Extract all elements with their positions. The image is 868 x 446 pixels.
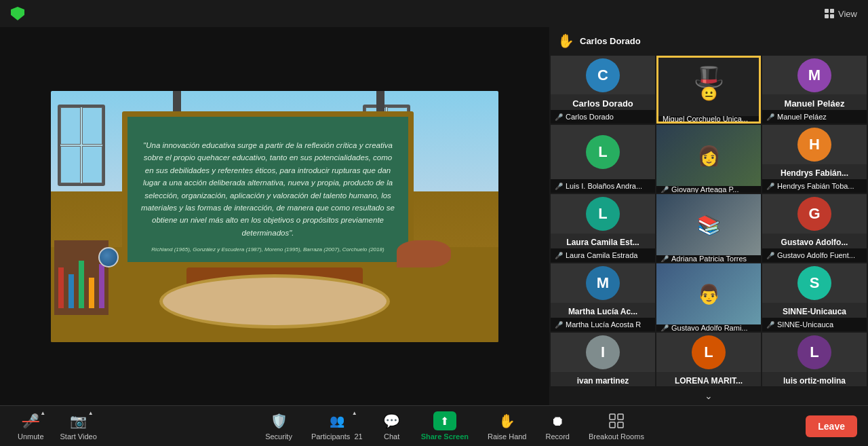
chat-icon: 💬 xyxy=(383,413,400,429)
leave-button[interactable]: Leave xyxy=(806,415,857,437)
record-icon: ⏺ xyxy=(551,413,564,429)
participant-name: SINNE-Unicauca xyxy=(762,303,867,318)
participant-name: Hendrys Fabián... xyxy=(762,164,867,179)
avatar: L xyxy=(797,335,831,369)
unmute-button[interactable]: 🎤 ▲ Unmute xyxy=(11,409,51,443)
participant-name: Manuel Peláez xyxy=(762,94,867,110)
participant-avatar-area: L xyxy=(551,125,655,179)
presentation-area: "Una innovación educativa surge a partir… xyxy=(0,27,549,405)
participant-card: M Martha Lucía Ac... 🎤 Martha Lucía Acos… xyxy=(551,263,655,331)
book xyxy=(89,278,94,308)
participant-avatar-area: M xyxy=(551,263,655,303)
shield-icon: 🛡️ xyxy=(271,413,288,429)
toolbar: 🎤 ▲ Unmute 📷 ▲ Start Video 🛡️ Security 👥 xyxy=(0,405,868,446)
participant-avatar-area: G xyxy=(762,194,867,234)
mute-icon: 🎤 xyxy=(555,321,563,329)
participant-name: LORENA MARIT... xyxy=(656,372,761,386)
participant-name-bar: 🎤 Gustavo Adolfo Fuent... xyxy=(762,248,867,262)
raise-hand-icon-area: ✋ xyxy=(498,411,517,430)
participants-count: 21 xyxy=(354,432,362,441)
participant-name: ivan martinez xyxy=(551,372,655,386)
participant-card: L LORENA MARIT... 🎤 LORENA MARITZA TE... xyxy=(656,333,761,386)
top-bar-right[interactable]: View xyxy=(825,9,857,19)
avatar: S xyxy=(797,266,831,300)
participants-label: Participants 21 xyxy=(311,432,363,441)
avatar: G xyxy=(797,197,831,231)
participant-name-bar: 🎤 Gustavo Adolfo Rami... xyxy=(656,324,761,331)
mute-icon: 🎤 xyxy=(660,324,669,331)
raise-hand-bar: ✋ Carlos Dorado xyxy=(549,27,868,54)
participant-name-bar: 🎤 Laura Camila Estrada xyxy=(551,248,655,262)
top-bar: View xyxy=(0,0,868,27)
security-button[interactable]: 🛡️ Security xyxy=(258,409,299,443)
participant-card: G Gustavo Adolfo... 🎤 Gustavo Adolfo Fue… xyxy=(762,194,867,262)
participant-card: L luis ortiz-molina 🎤 luis ortiz-molina xyxy=(762,333,867,386)
raise-hand-icon: ✋ xyxy=(498,413,515,429)
security-icon-area: 🛡️ xyxy=(269,411,288,430)
participant-name-bar: 🎤 Hendrys Fabián Toba... xyxy=(762,179,867,193)
toolbar-right: Leave xyxy=(806,415,857,437)
record-button[interactable]: ⏺ Record xyxy=(539,409,576,443)
participant-name-bar: 🎤 Luis I. Bolaños Andra... xyxy=(551,179,655,193)
participant-avatar-area: M xyxy=(762,56,867,94)
microphone-muted-icon: 🎤 xyxy=(22,413,39,429)
participant-card: S SINNE-Unicauca 🎤 SINNE-Unicauca xyxy=(762,263,867,331)
breakout-rooms-button[interactable]: Breakout Rooms xyxy=(582,409,651,443)
participant-name-bar: 🎤 Carlos Dorado xyxy=(551,110,655,124)
quote-text: "Una innovación educativa surge a partir… xyxy=(138,139,397,239)
participants-panel: ✋ Carlos Dorado C Carlos Dorado 🎤 Carlos… xyxy=(549,27,868,405)
participant-card-active: 🎩 😐 Miguel Corchuelo Unica... xyxy=(656,56,761,124)
participants-icon: 👥 xyxy=(330,413,344,428)
citation-text: Richland (1965), González y Escudera (19… xyxy=(151,246,384,253)
participant-avatar-area: 📚 xyxy=(656,194,761,255)
raise-hand-participant: Carlos Dorado xyxy=(580,36,641,46)
start-video-button[interactable]: 📷 ▲ Start Video xyxy=(54,409,104,443)
chat-label: Chat xyxy=(384,432,399,441)
mute-icon: 🎤 xyxy=(660,186,669,193)
globe-icon xyxy=(98,247,119,267)
mute-icon: 🎤 xyxy=(555,183,563,190)
participant-card: I ivan martinez 🎤 ivan martinez xyxy=(551,333,655,386)
scroll-down-button[interactable]: ⌄ xyxy=(549,386,868,405)
svg-rect-3 xyxy=(618,422,623,428)
participants-icon-area: 👥 ▲ xyxy=(328,411,347,430)
mute-icon: 🎤 xyxy=(555,252,563,259)
participant-avatar-area: L xyxy=(762,333,867,372)
participant-avatar-area: 🎩 😐 xyxy=(658,56,759,116)
participant-card: 📚 🎤 Adriana Patricia Torres xyxy=(656,194,761,262)
participant-card: C Carlos Dorado 🎤 Carlos Dorado xyxy=(551,56,655,124)
chevron-up-icon: ▲ xyxy=(40,410,45,416)
breakout-rooms-label: Breakout Rooms xyxy=(589,432,644,441)
participant-name-bar: 🎤 Adriana Patricia Torres xyxy=(656,255,761,262)
toolbar-left: 🎤 ▲ Unmute 📷 ▲ Start Video xyxy=(11,409,104,443)
avatar: M xyxy=(797,58,831,92)
start-video-label: Start Video xyxy=(60,432,97,441)
avatar: H xyxy=(797,128,831,162)
participant-avatar-area: 👩 xyxy=(656,125,761,186)
participant-photo: 🎩 😐 xyxy=(658,56,759,116)
participant-name: Gustavo Adolfo... xyxy=(762,234,867,248)
raise-hand-label: Raise Hand xyxy=(488,432,526,441)
participant-avatar-area: L xyxy=(656,333,761,372)
participants-grid: C Carlos Dorado 🎤 Carlos Dorado 🎩 😐 xyxy=(549,54,868,386)
raise-hand-emoji: ✋ xyxy=(557,33,574,49)
participant-card: 👩 🎤 Giovany Arteaga P... xyxy=(656,125,761,193)
view-label[interactable]: View xyxy=(838,9,857,19)
participants-button[interactable]: 👥 ▲ Participants 21 xyxy=(304,409,370,443)
share-screen-button[interactable]: ⬆ Share Screen xyxy=(414,409,475,443)
raise-hand-button[interactable]: ✋ Raise Hand xyxy=(481,409,533,443)
mute-icon: 🎤 xyxy=(766,321,774,329)
blackboard: "Una innovación educativa surge a partir… xyxy=(122,111,414,267)
security-shield-icon xyxy=(11,7,24,20)
svg-rect-0 xyxy=(610,414,615,420)
chevron-up-icon: ▲ xyxy=(88,410,94,416)
share-screen-icon-area: ⬆ xyxy=(433,411,456,430)
window-left xyxy=(58,105,105,186)
share-screen-icon: ⬆ xyxy=(440,415,449,428)
mute-icon: 🎤 xyxy=(766,183,774,190)
chat-button[interactable]: 💬 Chat xyxy=(375,409,409,443)
participant-avatar-area: S xyxy=(762,263,867,303)
avatar: L xyxy=(586,197,620,231)
avatar: I xyxy=(586,335,620,369)
mute-icon: 🎤 xyxy=(555,113,563,121)
